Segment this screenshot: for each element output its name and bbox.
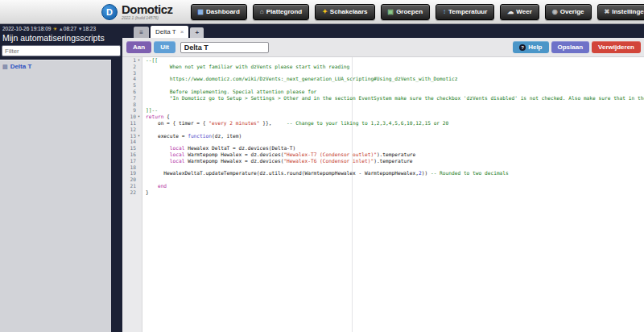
code-line[interactable]: "In Domoticz go to Setup > Settings > Ot… — [146, 95, 644, 102]
save-button[interactable]: Opslaan — [551, 41, 590, 53]
editor-code[interactable]: --[[ When not yet familiar with dzVents … — [142, 57, 644, 332]
tab-close-icon[interactable]: × — [180, 29, 184, 35]
enable-button[interactable]: Aan — [126, 41, 151, 53]
sidebar-title: Mijn automatiseringsscripts — [0, 33, 122, 45]
gutter-line: 12 — [122, 127, 142, 133]
sunset-time: 18:23 — [83, 26, 96, 31]
script-name-input[interactable] — [180, 42, 269, 53]
nav-label: Groepen — [396, 8, 423, 15]
nav-label: Instellingen — [612, 8, 644, 15]
fold-icon[interactable]: ▾ — [136, 133, 142, 139]
main-nav: ▦Dashboard⌂Plattegrond✦Schakelaars▣Groep… — [191, 4, 644, 20]
code-line[interactable]: } — [146, 189, 644, 196]
code-line[interactable]: execute = function(dz, item) — [146, 133, 644, 139]
code-line[interactable]: HewalexDeltaT.updateTemperature(dz.utils… — [146, 170, 644, 176]
help-icon: ? — [519, 44, 526, 51]
nav-groepen[interactable]: ▣Groepen — [381, 4, 430, 20]
header: D Domoticz 2022.1 (build 14576) ▦Dashboa… — [0, 0, 644, 24]
floorplan-icon: ⌂ — [260, 9, 264, 15]
fold-icon[interactable]: ▾ — [136, 57, 142, 64]
gutter-line: 10▾ — [122, 114, 142, 120]
delete-button[interactable]: Verwijderen — [592, 41, 641, 53]
tab-label: Delta T — [155, 28, 176, 35]
nav-label: Dashboard — [206, 8, 240, 15]
code-line[interactable] — [146, 82, 644, 89]
code-line[interactable]: end — [146, 183, 644, 189]
nav-label: Temperatuur — [448, 8, 487, 15]
settings-icon: ✖ — [605, 9, 610, 15]
code-line[interactable] — [146, 70, 644, 77]
help-button[interactable]: ? Help — [513, 41, 548, 53]
dashboard-icon: ▦ — [198, 9, 204, 15]
gutter-line: 16 — [122, 151, 142, 158]
nav-schakelaars[interactable]: ✦Schakelaars — [315, 4, 374, 20]
filter-input[interactable] — [2, 45, 121, 56]
code-line[interactable]: return { — [146, 114, 644, 120]
gutter-line: 15 — [122, 145, 142, 151]
utilities-icon: ◉ — [552, 9, 558, 15]
gutter-line: 2 — [122, 64, 142, 70]
code-line[interactable] — [146, 176, 644, 183]
gutter-line: 3 — [122, 70, 142, 77]
script-list: ▤Delta T — [0, 60, 111, 332]
tab-bar: ≡ Delta T × + — [122, 24, 644, 38]
fold-icon[interactable]: ▾ — [136, 114, 142, 120]
nav-label: Weer — [516, 8, 531, 15]
gutter-line: 5 — [122, 82, 142, 89]
gutter-line: 11 — [122, 120, 142, 127]
code-line[interactable]: local Warmtepomp Hewalex = dz.devices("H… — [146, 158, 644, 164]
domoticz-logo[interactable]: D Domoticz 2022.1 (build 14576) — [101, 3, 173, 20]
gutter-line: 19 — [122, 170, 142, 176]
gutter-line: 21 — [122, 183, 142, 189]
code-line[interactable]: ]]-- — [146, 107, 644, 114]
code-line[interactable]: local Warmtepomp Hewalex = dz.devices("H… — [146, 151, 644, 158]
gutter-line: 9 — [122, 107, 142, 114]
nav-overige[interactable]: ◉Overige — [545, 4, 592, 20]
help-label: Help — [528, 44, 542, 51]
gutter-line: 8 — [122, 102, 142, 108]
add-tab-button[interactable]: + — [190, 27, 204, 38]
tab-list-menu[interactable]: ≡ — [134, 27, 149, 38]
sidebar: 2022-10-26 19:18:09 ☀ ▲08:27 ▼18:23 Mijn… — [0, 24, 122, 332]
thermometer-icon: ↕ — [443, 9, 446, 15]
code-line[interactable]: on = { timer = { "every 2 minutes" }}, -… — [146, 120, 644, 127]
nav-instellingen[interactable]: ✖Instellingen▾ — [597, 4, 644, 20]
gutter-line: 20 — [122, 176, 142, 183]
gutter-line: 7 — [122, 95, 142, 102]
code-line[interactable]: https://www.domoticz.com/wiki/DzVents:_n… — [146, 76, 644, 82]
app-version: 2022.1 (build 14576) — [122, 16, 173, 20]
code-line[interactable]: local Hewalex DeltaT = dz.devices(Delta-… — [146, 145, 644, 151]
gutter-line: 14 — [122, 139, 142, 145]
script-label: Delta T — [10, 63, 32, 70]
code-line[interactable]: When not yet familiar with dzVents pleas… — [146, 64, 644, 70]
lightbulb-icon: ✦ — [322, 9, 328, 15]
code-line[interactable]: --[[ — [146, 57, 644, 64]
code-line[interactable] — [146, 102, 644, 108]
gutter-line: 22 — [122, 189, 142, 196]
nav-label: Plattegrond — [266, 8, 302, 15]
code-line[interactable] — [146, 164, 644, 171]
tab-delta-t[interactable]: Delta T × — [151, 26, 188, 38]
nav-temperatuur[interactable]: ↕Temperatuur — [436, 4, 494, 20]
code-line[interactable] — [146, 139, 644, 145]
main-panel: ≡ Delta T × + Aan Uit ? Help O — [122, 24, 644, 332]
code-line[interactable]: Before implementing. Special attention p… — [146, 89, 644, 95]
nav-label: Schakelaars — [330, 8, 368, 15]
nav-dashboard[interactable]: ▦Dashboard — [191, 4, 247, 20]
nav-weer[interactable]: ☁Weer — [500, 4, 539, 20]
nav-plattegrond[interactable]: ⌂Plattegrond — [253, 4, 309, 20]
datetime-text: 2022-10-26 19:18:09 — [2, 26, 51, 31]
app-title: Domoticz — [122, 3, 173, 15]
domoticz-logo-icon: D — [101, 4, 118, 20]
gutter-line: 1▾ — [122, 57, 142, 64]
weather-icon: ☁ — [507, 9, 514, 15]
script-item[interactable]: ▤Delta T — [0, 60, 111, 73]
gutter-line: 17 — [122, 158, 142, 164]
status-bar: 2022-10-26 19:18:09 ☀ ▲08:27 ▼18:23 — [0, 24, 122, 33]
disable-button[interactable]: Uit — [154, 41, 175, 53]
domoticz-app: D Domoticz 2022.1 (build 14576) ▦Dashboa… — [0, 0, 644, 332]
code-editor[interactable]: 1▾2345678910▾111213▾141516171819202122 -… — [122, 57, 644, 332]
sunrise-time: 08:27 — [64, 26, 76, 31]
plus-icon: + — [195, 29, 199, 36]
code-line[interactable] — [146, 127, 644, 133]
